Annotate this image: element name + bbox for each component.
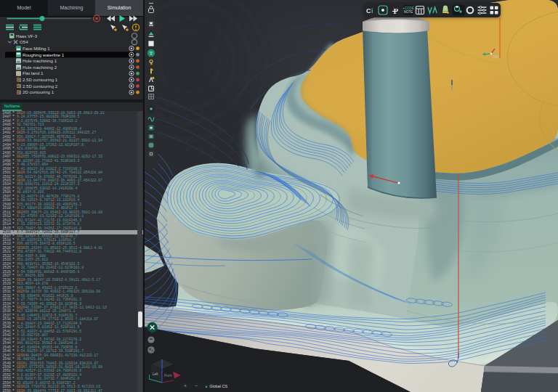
svg-text:2.5D contouring 2: 2.5D contouring 2	[23, 83, 58, 89]
svg-text:i: i	[371, 7, 373, 15]
svg-text:P: P	[394, 7, 399, 15]
svg-text:Haas VF-3: Haas VF-3	[16, 33, 38, 38]
svg-text:Left: Left	[153, 372, 158, 376]
svg-text:Face Milling 1: Face Milling 1	[23, 46, 50, 51]
svg-text:Front: Front	[164, 374, 172, 377]
svg-text:Hole machining 2: Hole machining 2	[23, 65, 57, 70]
svg-text:C: C	[366, 7, 371, 15]
svg-text:NOTE: NOTE	[404, 10, 413, 14]
svg-text:2.5D contouring 1: 2.5D contouring 1	[23, 77, 58, 82]
svg-text:Hole machining 1: Hole machining 1	[23, 58, 57, 63]
svg-text:Roughing waterline 1: Roughing waterline 1	[23, 52, 65, 57]
svg-text:Flat land 1: Flat land 1	[23, 70, 44, 75]
svg-text:O54: O54	[20, 39, 28, 44]
svg-text:2D contouring 1: 2D contouring 1	[23, 89, 54, 94]
